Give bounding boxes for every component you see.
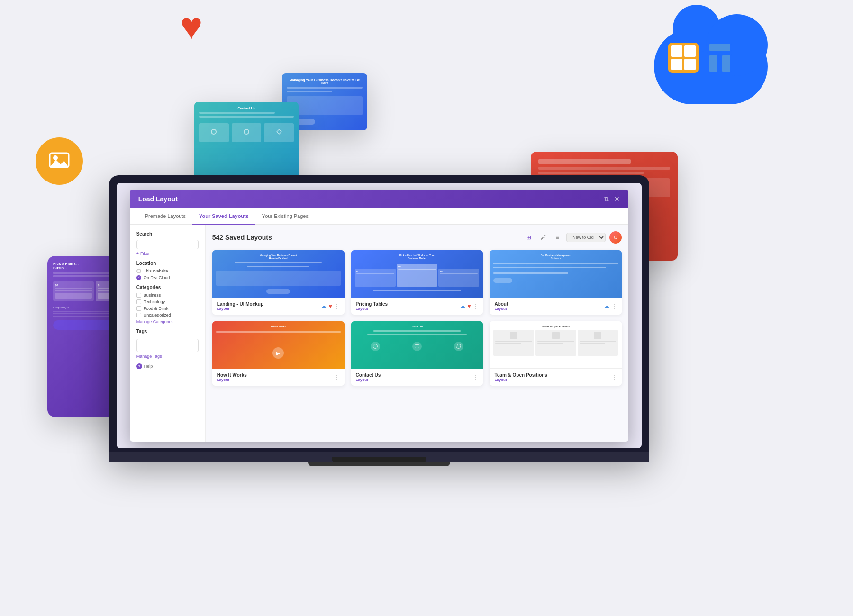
tags-input[interactable] — [136, 339, 199, 352]
heart-icon-pricing[interactable]: ♥ — [467, 303, 471, 309]
layouts-grid: Managing Your Business Doesn'tHave to Be… — [212, 250, 622, 386]
tab-existing-pages[interactable]: Your Existing Pages — [255, 208, 315, 225]
layout-name-pricing: Pricing Tables — [356, 301, 388, 307]
help-label: Help — [144, 364, 153, 369]
user-avatar[interactable]: U — [609, 231, 622, 244]
image-icon-decoration — [36, 137, 83, 185]
cloud-decoration — [654, 28, 768, 104]
modal-body: Search + Filter Location This Website — [130, 225, 629, 442]
search-label: Search — [136, 231, 199, 236]
layout-info-contact: Contact Us Layout ⋮ — [351, 369, 483, 386]
layout-actions-about: ☁ ⋮ — [604, 303, 617, 309]
layout-name-about: About — [494, 301, 508, 307]
grid-table-icon — [668, 43, 699, 73]
more-icon-contact[interactable]: ⋮ — [472, 374, 478, 380]
laptop-stand — [308, 462, 450, 466]
modal-header: Load Layout ⇅ ✕ — [130, 190, 629, 208]
manage-tags-link[interactable]: Manage Tags — [136, 354, 199, 359]
radio-this-website[interactable] — [136, 269, 141, 273]
tags-label: Tags — [136, 329, 199, 334]
category-business[interactable]: Business — [136, 293, 199, 298]
checkbox-food-drink[interactable] — [136, 306, 141, 311]
modal-overlay: Load Layout ⇅ ✕ Premade Layouts Your Sav… — [117, 183, 642, 448]
layout-thumb-pricing: Pick a Plan that Works for YourBusiness … — [351, 250, 483, 298]
modal-tabs: Premade Layouts Your Saved Layouts Your … — [130, 208, 629, 225]
layout-card-pricing[interactable]: Pick a Plan that Works for YourBusiness … — [351, 250, 483, 315]
layout-type-contact: Layout — [356, 378, 381, 382]
laptop-bezel: Load Layout ⇅ ✕ Premade Layouts Your Sav… — [109, 175, 649, 452]
list-view-button[interactable]: ≡ — [552, 232, 563, 243]
help-icon: ? — [136, 363, 142, 369]
layout-card-hiw[interactable]: How it Works ▶ — [212, 321, 345, 386]
close-icon[interactable]: ✕ — [614, 195, 620, 203]
location-this-website[interactable]: This Website — [136, 269, 199, 273]
layout-info-hiw: How It Works Layout ⋮ — [212, 369, 345, 386]
fc-bar-4 — [199, 116, 294, 118]
more-icon-pricing[interactable]: ⋮ — [472, 303, 478, 309]
layout-info-landing: Landing - UI Mockup Layout ☁ ♥ ⋮ — [212, 298, 345, 315]
layout-card-contact[interactable]: Contact Us — [351, 321, 483, 386]
laptop-base — [109, 452, 649, 462]
filter-label: Filter — [140, 251, 150, 256]
cloud-icon-pricing[interactable]: ☁ — [460, 303, 465, 309]
more-icon-hiw[interactable]: ⋮ — [334, 374, 340, 380]
divi-cloud-label: On Divi Cloud — [144, 275, 170, 280]
help-link[interactable]: ? Help — [136, 363, 199, 369]
cloud-icon-about[interactable]: ☁ — [604, 303, 609, 309]
manage-categories-link[interactable]: Manage Categories — [136, 319, 199, 324]
layout-info-pricing: Pricing Tables Layout ☁ ♥ ⋮ — [351, 298, 483, 315]
main-content: 542 Saved Layouts ⊞ 🖌 ≡ New to Old U — [206, 225, 629, 442]
layout-thumb-hiw: How it Works ▶ — [212, 321, 345, 369]
this-website-label: This Website — [144, 269, 168, 273]
checkbox-business[interactable] — [136, 293, 141, 298]
radio-divi-cloud[interactable] — [136, 275, 141, 280]
category-food-drink[interactable]: Food & Drink — [136, 306, 199, 311]
brush-button[interactable]: 🖌 — [538, 232, 548, 243]
filter-button[interactable]: + Filter — [136, 251, 199, 256]
heart-icon[interactable]: ♥ — [328, 303, 332, 309]
layout-actions-landing: ☁ ♥ ⋮ — [321, 303, 339, 309]
floating-card-teal: Contact Us — [194, 102, 299, 185]
adjust-icon[interactable]: ⇅ — [604, 195, 609, 203]
layout-type-team: Layout — [494, 378, 547, 382]
cloud-icons — [668, 43, 732, 73]
layout-icon — [708, 43, 732, 73]
more-icon-about[interactable]: ⋮ — [611, 303, 617, 309]
plus-icon: + — [136, 251, 139, 256]
content-header: 542 Saved Layouts ⊞ 🖌 ≡ New to Old U — [212, 231, 622, 244]
layout-type-hiw: Layout — [217, 378, 247, 382]
categories-label: Categories — [136, 285, 199, 290]
more-icon[interactable]: ⋮ — [334, 303, 340, 309]
category-uncategorized[interactable]: Uncategorized — [136, 313, 199, 317]
location-divi-cloud[interactable]: On Divi Cloud — [136, 275, 199, 280]
layout-type-about: Layout — [494, 307, 508, 311]
fc-bar-2 — [287, 91, 332, 92]
layout-card-landing[interactable]: Managing Your Business Doesn'tHave to Be… — [212, 250, 345, 315]
play-icon: ▶ — [272, 347, 284, 359]
category-technology[interactable]: Technology — [136, 299, 199, 304]
fc-bar-1 — [287, 87, 363, 89]
tab-saved-layouts[interactable]: Your Saved Layouts — [192, 208, 255, 225]
tab-premade-layouts[interactable]: Premade Layouts — [138, 208, 192, 225]
svg-marker-2 — [50, 160, 69, 167]
laptop-screen: Load Layout ⇅ ✕ Premade Layouts Your Sav… — [117, 183, 642, 448]
layout-type-landing: Layout — [217, 307, 263, 311]
layout-actions-contact: ⋮ — [472, 374, 478, 380]
layout-name-team: Team & Open Positions — [494, 372, 547, 378]
layout-name-hiw: How It Works — [217, 372, 247, 378]
layout-thumb-landing: Managing Your Business Doesn'tHave to Be… — [212, 250, 345, 298]
more-icon-team[interactable]: ⋮ — [611, 374, 617, 380]
layout-thumb-about: Our Business ManagementSoftware — [490, 250, 622, 298]
content-actions: ⊞ 🖌 ≡ New to Old U — [524, 231, 622, 244]
sort-select[interactable]: New to Old — [566, 233, 606, 242]
search-input[interactable] — [136, 240, 199, 249]
layout-actions-team: ⋮ — [611, 374, 617, 380]
cloud-icon[interactable]: ☁ — [321, 303, 327, 309]
modal-title: Load Layout — [138, 195, 178, 203]
grid-view-button[interactable]: ⊞ — [524, 232, 534, 243]
checkbox-uncategorized[interactable] — [136, 313, 141, 317]
layout-actions-hiw: ⋮ — [334, 374, 340, 380]
checkbox-technology[interactable] — [136, 299, 141, 304]
layout-card-about[interactable]: Our Business ManagementSoftware — [490, 250, 622, 315]
layout-card-team[interactable]: Teams & Open Positions — [490, 321, 622, 386]
